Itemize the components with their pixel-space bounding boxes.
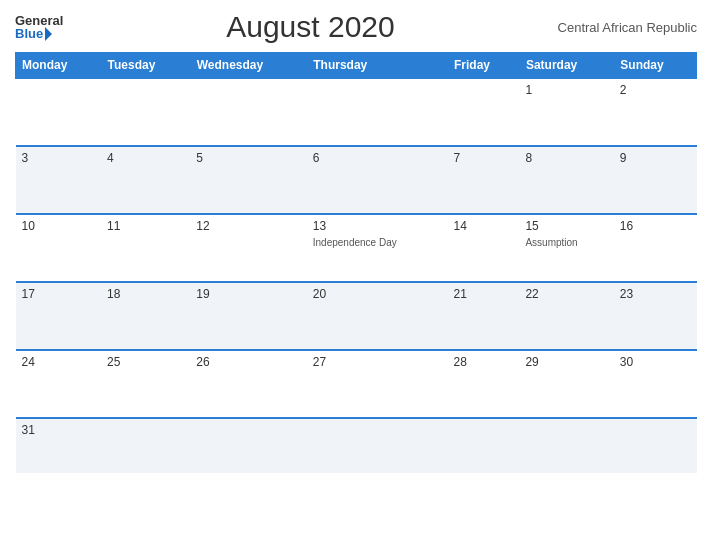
calendar-cell	[190, 418, 307, 473]
calendar-cell: 13Independence Day	[307, 214, 448, 282]
calendar-cell: 27	[307, 350, 448, 418]
week-row-2: 3456789	[16, 146, 697, 214]
event-label: Assumption	[525, 236, 607, 249]
calendar-cell	[448, 418, 520, 473]
calendar-cell: 29	[519, 350, 613, 418]
day-number: 17	[22, 287, 96, 301]
day-number: 2	[620, 83, 691, 97]
logo-blue-text: Blue	[15, 27, 43, 40]
calendar-cell: 20	[307, 282, 448, 350]
day-number: 26	[196, 355, 301, 369]
days-header-row: Monday Tuesday Wednesday Thursday Friday…	[16, 53, 697, 79]
calendar-cell: 4	[101, 146, 190, 214]
day-number: 29	[525, 355, 607, 369]
week-row-5: 24252627282930	[16, 350, 697, 418]
day-number: 9	[620, 151, 691, 165]
calendar-cell: 21	[448, 282, 520, 350]
calendar-cell: 9	[614, 146, 697, 214]
day-number: 3	[22, 151, 96, 165]
day-number: 8	[525, 151, 607, 165]
calendar-header: General Blue August 2020 Central African…	[15, 10, 697, 44]
calendar-cell: 23	[614, 282, 697, 350]
calendar-cell: 28	[448, 350, 520, 418]
day-number: 27	[313, 355, 442, 369]
calendar-cell: 26	[190, 350, 307, 418]
day-number: 28	[454, 355, 514, 369]
calendar-cell	[519, 418, 613, 473]
week-row-3: 10111213Independence Day1415Assumption16	[16, 214, 697, 282]
day-number: 1	[525, 83, 607, 97]
calendar-cell: 16	[614, 214, 697, 282]
header-thursday: Thursday	[307, 53, 448, 79]
day-number: 18	[107, 287, 184, 301]
calendar-cell	[448, 78, 520, 146]
day-number: 30	[620, 355, 691, 369]
calendar-cell: 12	[190, 214, 307, 282]
country-name: Central African Republic	[558, 20, 697, 35]
calendar-cell: 17	[16, 282, 102, 350]
calendar-cell: 3	[16, 146, 102, 214]
logo-general-text: General	[15, 14, 63, 27]
calendar-container: General Blue August 2020 Central African…	[0, 0, 712, 550]
header-monday: Monday	[16, 53, 102, 79]
calendar-cell	[307, 78, 448, 146]
calendar-cell: 6	[307, 146, 448, 214]
day-number: 11	[107, 219, 184, 233]
calendar-cell: 1	[519, 78, 613, 146]
logo-arrow-icon	[45, 27, 52, 41]
calendar-cell: 11	[101, 214, 190, 282]
calendar-cell: 24	[16, 350, 102, 418]
calendar-cell: 18	[101, 282, 190, 350]
day-number: 4	[107, 151, 184, 165]
day-number: 12	[196, 219, 301, 233]
week-row-1: 12	[16, 78, 697, 146]
calendar-cell: 31	[16, 418, 102, 473]
day-number: 5	[196, 151, 301, 165]
day-number: 23	[620, 287, 691, 301]
calendar-cell	[307, 418, 448, 473]
day-number: 21	[454, 287, 514, 301]
day-number: 13	[313, 219, 442, 233]
day-number: 24	[22, 355, 96, 369]
calendar-cell	[190, 78, 307, 146]
calendar-cell: 22	[519, 282, 613, 350]
calendar-cell: 7	[448, 146, 520, 214]
calendar-cell: 5	[190, 146, 307, 214]
event-label: Independence Day	[313, 236, 442, 249]
calendar-cell: 14	[448, 214, 520, 282]
header-sunday: Sunday	[614, 53, 697, 79]
calendar-cell: 30	[614, 350, 697, 418]
day-number: 19	[196, 287, 301, 301]
month-title: August 2020	[226, 10, 394, 44]
week-row-4: 17181920212223	[16, 282, 697, 350]
day-number: 10	[22, 219, 96, 233]
header-wednesday: Wednesday	[190, 53, 307, 79]
calendar-cell	[614, 418, 697, 473]
calendar-cell: 25	[101, 350, 190, 418]
day-number: 15	[525, 219, 607, 233]
week-row-6: 31	[16, 418, 697, 473]
logo: General Blue	[15, 14, 63, 41]
day-number: 7	[454, 151, 514, 165]
calendar-cell	[101, 78, 190, 146]
header-saturday: Saturday	[519, 53, 613, 79]
calendar-cell: 2	[614, 78, 697, 146]
header-friday: Friday	[448, 53, 520, 79]
day-number: 6	[313, 151, 442, 165]
header-tuesday: Tuesday	[101, 53, 190, 79]
day-number: 25	[107, 355, 184, 369]
day-number: 20	[313, 287, 442, 301]
calendar-grid: Monday Tuesday Wednesday Thursday Friday…	[15, 52, 697, 473]
calendar-cell: 19	[190, 282, 307, 350]
day-number: 22	[525, 287, 607, 301]
day-number: 14	[454, 219, 514, 233]
calendar-cell	[101, 418, 190, 473]
calendar-cell: 10	[16, 214, 102, 282]
day-number: 16	[620, 219, 691, 233]
calendar-cell: 8	[519, 146, 613, 214]
calendar-cell: 15Assumption	[519, 214, 613, 282]
day-number: 31	[22, 423, 96, 437]
calendar-cell	[16, 78, 102, 146]
